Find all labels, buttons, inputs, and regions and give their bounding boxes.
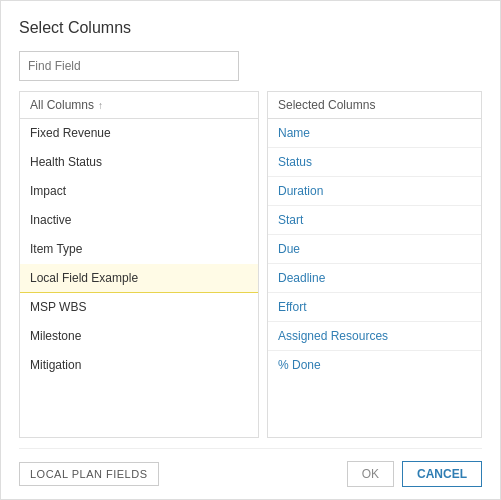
left-list-container[interactable]: Fixed Revenue Health Status Impact Inact… [20,119,258,437]
select-columns-dialog: Select Columns All Columns ↑ Fixed Reven… [0,0,501,500]
selected-list-item[interactable]: Due [268,235,481,264]
selected-list-item[interactable]: Assigned Resources [268,322,481,351]
right-list-container: Name Status Duration Start Due Deadline … [268,119,481,437]
all-columns-label: All Columns [30,98,94,112]
left-panel: All Columns ↑ Fixed Revenue Health Statu… [19,91,259,438]
columns-area: All Columns ↑ Fixed Revenue Health Statu… [19,91,482,438]
right-panel-header: Selected Columns [268,92,481,119]
selected-list-item[interactable]: Status [268,148,481,177]
selected-list-item[interactable]: Effort [268,293,481,322]
selected-list-item[interactable]: Start [268,206,481,235]
local-plan-fields-button[interactable]: LOCAL PLAN FIELDS [19,462,159,486]
list-item-selected[interactable]: Local Field Example [20,264,258,293]
list-item[interactable]: Impact [20,177,258,206]
list-item[interactable]: MSP WBS [20,293,258,322]
left-panel-header: All Columns ↑ [20,92,258,119]
cancel-button[interactable]: CANCEL [402,461,482,487]
ok-button[interactable]: OK [347,461,394,487]
search-row [19,51,482,81]
sort-icon: ↑ [98,100,103,111]
selected-columns-label: Selected Columns [278,98,375,112]
list-item[interactable]: Item Type [20,235,258,264]
list-item[interactable]: Fixed Revenue [20,119,258,148]
selected-list-item[interactable]: Duration [268,177,481,206]
selected-list-item[interactable]: Name [268,119,481,148]
right-panel: Selected Columns Name Status Duration St… [267,91,482,438]
list-item[interactable]: Inactive [20,206,258,235]
footer-right: OK CANCEL [347,461,482,487]
footer: LOCAL PLAN FIELDS OK CANCEL [19,448,482,499]
list-item[interactable]: Milestone [20,322,258,351]
selected-list-item[interactable]: Deadline [268,264,481,293]
dialog-title: Select Columns [19,19,482,37]
search-input[interactable] [19,51,239,81]
list-item[interactable]: Health Status [20,148,258,177]
list-item[interactable]: Mitigation [20,351,258,380]
selected-list-item[interactable]: % Done [268,351,481,379]
